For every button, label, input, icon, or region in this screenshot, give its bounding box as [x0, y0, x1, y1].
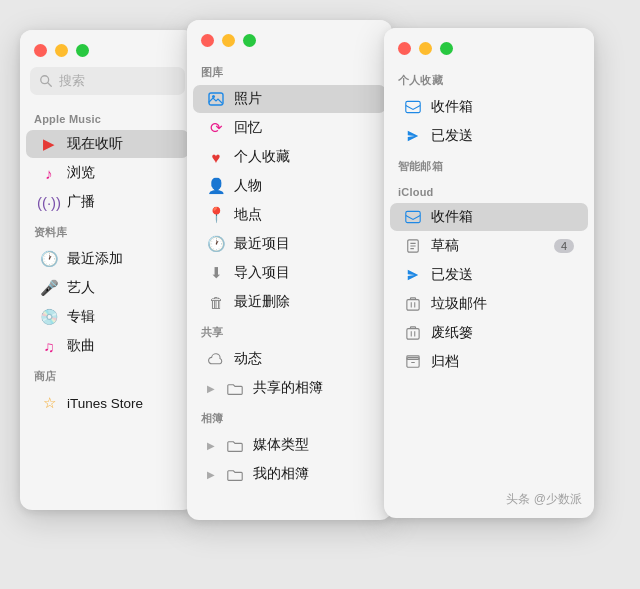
sidebar-item-places[interactable]: 📍 地点: [193, 201, 386, 229]
close-button-photos[interactable]: [201, 34, 214, 47]
close-button[interactable]: [34, 44, 47, 57]
titlebar-music: [20, 30, 195, 67]
minimize-button[interactable]: [55, 44, 68, 57]
sidebar-item-artists[interactable]: 🎤 艺人: [26, 274, 189, 302]
music-window: 搜索 Apple Music ▶ 现在收听 ♪ 浏览 ((·)) 广播 资料库 …: [20, 30, 195, 510]
svg-rect-10: [407, 300, 419, 311]
junk-icon: [404, 295, 422, 313]
sidebar-item-drafts[interactable]: 草稿 4: [390, 232, 588, 260]
music-icon: ♫: [40, 337, 58, 355]
sidebar-item-myalbums[interactable]: ▶ 我的相簿: [193, 460, 386, 488]
svg-rect-13: [407, 329, 419, 340]
maximize-button-photos[interactable]: [243, 34, 256, 47]
svg-point-3: [212, 95, 215, 98]
sidebar-item-favorites[interactable]: ♥ 个人收藏: [193, 143, 386, 171]
section-store: 商店: [20, 361, 195, 388]
sidebar-item-recentitems[interactable]: 🕐 最近项目: [193, 230, 386, 258]
minimize-button-photos[interactable]: [222, 34, 235, 47]
sidebar-item-sent-personal[interactable]: 已发送: [390, 122, 588, 150]
watermark: 头条 @少数派: [506, 491, 582, 508]
chevron-myalbums-icon: ▶: [207, 469, 215, 480]
recent-icon: 🕐: [207, 235, 225, 253]
archive-icon: [404, 353, 422, 371]
section-personal: 个人收藏: [384, 65, 594, 92]
sidebar-item-activity[interactable]: 动态: [193, 345, 386, 373]
sidebar-item-nowplaying[interactable]: ▶ 现在收听: [26, 130, 189, 158]
sidebar-item-archive[interactable]: 归档: [390, 348, 588, 376]
music-note-icon: ♪: [40, 164, 58, 182]
album-icon: 💿: [40, 308, 58, 326]
location-icon: 📍: [207, 206, 225, 224]
sent-personal-icon: [404, 127, 422, 145]
sidebar-item-sent-icloud[interactable]: 已发送: [390, 261, 588, 289]
trash-mail-icon: [404, 324, 422, 342]
chevron-icon: ▶: [207, 383, 215, 394]
sidebar-item-import[interactable]: ⬇ 导入项目: [193, 259, 386, 287]
section-smart: 智能邮箱: [384, 151, 594, 178]
section-shared: 共享: [187, 317, 392, 344]
search-icon: [39, 74, 53, 88]
search-bar[interactable]: 搜索: [30, 67, 185, 95]
trash-photo-icon: 🗑: [207, 293, 225, 311]
drafts-badge: 4: [554, 239, 574, 253]
titlebar-photos: [187, 20, 392, 57]
folder-media-icon: [226, 436, 244, 454]
titlebar-mail: [384, 28, 594, 65]
sidebar-item-memories[interactable]: ⟳ 回忆: [193, 114, 386, 142]
sidebar-item-mediatypes[interactable]: ▶ 媒体类型: [193, 431, 386, 459]
section-albums: 相簿: [187, 403, 392, 430]
radio-icon: ((·)): [40, 193, 58, 211]
sidebar-item-albums[interactable]: 💿 专辑: [26, 303, 189, 331]
close-button-mail[interactable]: [398, 42, 411, 55]
chevron-media-icon: ▶: [207, 440, 215, 451]
sidebar-item-trash[interactable]: 废纸篓: [390, 319, 588, 347]
sidebar-item-photos[interactable]: 照片: [193, 85, 386, 113]
folder-myalbums-icon: [226, 465, 244, 483]
maximize-button[interactable]: [76, 44, 89, 57]
sidebar-item-browse[interactable]: ♪ 浏览: [26, 159, 189, 187]
folder-shared-icon: [226, 379, 244, 397]
sidebar-item-recentlyadded[interactable]: 🕐 最近添加: [26, 245, 189, 273]
sidebar-item-inbox-personal[interactable]: 收件箱: [390, 93, 588, 121]
play-circle-icon: ▶: [40, 135, 58, 153]
inbox-personal-icon: [404, 98, 422, 116]
draft-icon: [404, 237, 422, 255]
star-icon: ☆: [40, 394, 58, 412]
sidebar-item-songs[interactable]: ♫ 歌曲: [26, 332, 189, 360]
minimize-button-mail[interactable]: [419, 42, 432, 55]
sidebar-item-inbox-icloud[interactable]: 收件箱: [390, 203, 588, 231]
screenshot-wrapper: 搜索 Apple Music ▶ 现在收听 ♪ 浏览 ((·)) 广播 资料库 …: [0, 0, 640, 589]
cloud-icon: [207, 350, 225, 368]
mail-window: 个人收藏 收件箱 已发送 智能邮箱 iCloud: [384, 28, 594, 518]
person-icon: 👤: [207, 177, 225, 195]
svg-rect-2: [209, 93, 223, 105]
sent-icloud-icon: [404, 266, 422, 284]
sidebar-item-junk[interactable]: 垃圾邮件: [390, 290, 588, 318]
svg-line-1: [48, 83, 52, 87]
person-music-icon: 🎤: [40, 279, 58, 297]
sidebar-item-recentlydeleted[interactable]: 🗑 最近删除: [193, 288, 386, 316]
heart-icon: ♥: [207, 148, 225, 166]
section-icloud: iCloud: [384, 178, 594, 202]
memory-icon: ⟳: [207, 119, 225, 137]
photos-window: 图库 照片 ⟳ 回忆 ♥ 个人收藏 👤 人物 📍 地点: [187, 20, 392, 520]
sidebar-item-sharedalbums[interactable]: ▶ 共享的相簿: [193, 374, 386, 402]
section-gallery: 图库: [187, 57, 392, 84]
sidebar-item-itunes[interactable]: ☆ iTunes Store: [26, 389, 189, 417]
photo-icon: [207, 90, 225, 108]
sidebar-item-people[interactable]: 👤 人物: [193, 172, 386, 200]
sidebar-item-radio[interactable]: ((·)) 广播: [26, 188, 189, 216]
import-icon: ⬇: [207, 264, 225, 282]
clock-icon: 🕐: [40, 250, 58, 268]
section-apple-music: Apple Music: [20, 105, 195, 129]
maximize-button-mail[interactable]: [440, 42, 453, 55]
section-library: 资料库: [20, 217, 195, 244]
inbox-icloud-icon: [404, 208, 422, 226]
search-placeholder: 搜索: [59, 72, 85, 90]
